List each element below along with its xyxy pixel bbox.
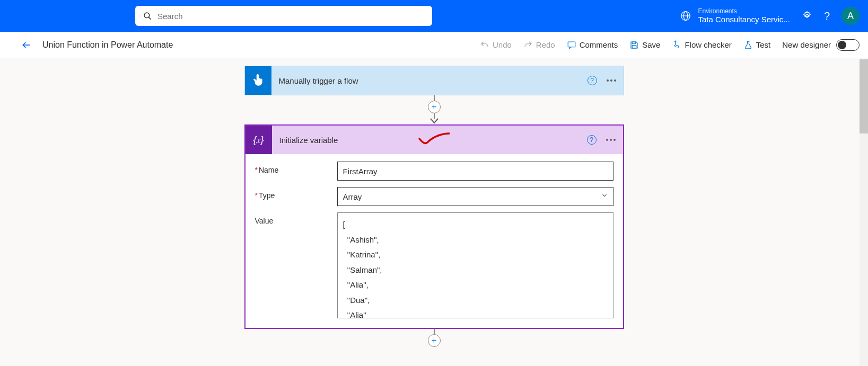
svg-rect-9 — [632, 45, 636, 48]
redo-button[interactable]: Redo — [523, 40, 555, 50]
environment-name: Tata Consultancy Servic... — [698, 15, 790, 24]
new-designer-toggle[interactable] — [836, 39, 860, 51]
flow-checker-button[interactable]: Flow checker — [672, 40, 731, 50]
scrollbar-thumb[interactable] — [860, 59, 868, 133]
toggle-knob — [838, 41, 846, 49]
new-designer-toggle-group: New designer — [782, 39, 860, 51]
type-label: *Type — [255, 187, 332, 200]
variable-name-input[interactable] — [337, 162, 613, 181]
svg-line-1 — [149, 17, 151, 20]
comments-icon — [567, 40, 576, 50]
gear-icon — [802, 11, 812, 21]
variable-type-select[interactable]: Array — [337, 187, 613, 206]
add-step-button-bottom[interactable]: + — [428, 334, 441, 347]
variable-more-button[interactable] — [606, 139, 616, 141]
add-step-button[interactable]: + — [428, 101, 441, 113]
arrow-left-icon — [21, 40, 32, 50]
connector-bottom: + — [428, 329, 441, 347]
new-designer-label: New designer — [782, 40, 831, 49]
comments-label: Comments — [580, 40, 618, 49]
variable-card-title: Initialize variable — [279, 136, 338, 145]
variable-icon: {𝑥} — [253, 135, 264, 146]
svg-point-0 — [144, 13, 150, 18]
test-label: Test — [756, 40, 771, 49]
top-header: Environments Tata Consultancy Servic... … — [0, 0, 868, 32]
flask-icon — [743, 40, 753, 50]
variable-card-body: *Name *Type Array Value — [246, 154, 623, 328]
flow-checker-icon — [672, 40, 681, 50]
name-label: *Name — [255, 162, 332, 174]
variable-card-header[interactable]: {𝑥} Initialize variable ? — [246, 126, 623, 154]
test-button[interactable]: Test — [743, 40, 771, 50]
trigger-more-button[interactable] — [607, 79, 616, 82]
vertical-scrollbar[interactable] — [860, 59, 868, 366]
connector: + — [428, 95, 441, 124]
save-button[interactable]: Save — [629, 40, 660, 50]
globe-icon — [680, 10, 691, 22]
flow-checker-label: Flow checker — [685, 40, 731, 49]
variable-icon-box: {𝑥} — [246, 126, 272, 154]
arrow-down-icon — [430, 118, 439, 124]
trigger-help-button[interactable]: ? — [588, 76, 597, 85]
trigger-body: Manually trigger a flow ? — [271, 66, 624, 95]
variable-help-button[interactable]: ? — [587, 135, 597, 145]
undo-button[interactable]: Undo — [480, 40, 512, 50]
flow-canvas[interactable]: Manually trigger a flow ? + {𝑥} Initiali… — [0, 58, 868, 366]
redo-icon — [523, 40, 533, 50]
environment-label: Environments — [698, 7, 790, 15]
manual-trigger-icon — [251, 74, 265, 87]
initialize-variable-card[interactable]: {𝑥} Initialize variable ? *Name *Type A — [244, 124, 624, 329]
back-button[interactable] — [19, 38, 34, 52]
trigger-icon-box — [245, 66, 271, 95]
search-input[interactable] — [157, 12, 425, 21]
trigger-card[interactable]: Manually trigger a flow ? — [244, 66, 624, 95]
comments-button[interactable]: Comments — [567, 40, 618, 50]
page-title: Union Function in Power Automate — [42, 40, 173, 50]
search-icon — [143, 11, 152, 21]
chevron-down-icon — [601, 192, 608, 201]
svg-rect-8 — [632, 42, 635, 44]
trigger-title: Manually trigger a flow — [279, 76, 358, 85]
save-label: Save — [642, 40, 660, 49]
environment-picker[interactable]: Environments Tata Consultancy Servic... — [680, 7, 790, 24]
save-icon — [629, 40, 639, 50]
svg-rect-7 — [568, 42, 575, 47]
redo-label: Redo — [536, 40, 555, 49]
search-box[interactable] — [135, 6, 432, 26]
value-label: Value — [255, 212, 332, 225]
settings-button[interactable] — [802, 11, 812, 21]
undo-icon — [480, 40, 489, 50]
variable-value-textarea[interactable] — [337, 212, 613, 318]
avatar[interactable]: A — [841, 7, 860, 25]
sub-header: Union Function in Power Automate Undo Re… — [0, 32, 868, 58]
help-button[interactable]: ? — [824, 10, 830, 22]
undo-label: Undo — [493, 40, 512, 49]
